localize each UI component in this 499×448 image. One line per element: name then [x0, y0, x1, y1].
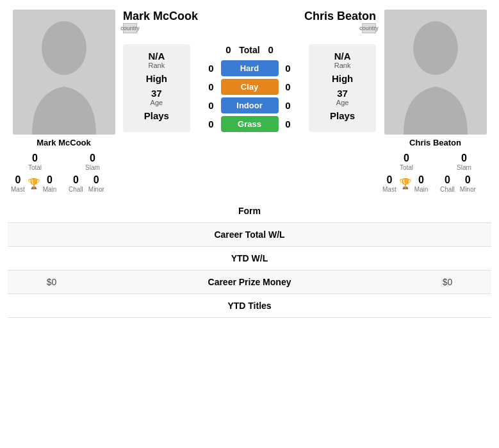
info-center-0: Form — [95, 199, 404, 223]
p2-age-val: 37 — [337, 88, 348, 99]
info-row-1: Career Total W/L — [8, 223, 491, 247]
p2-high-val: High — [332, 73, 353, 84]
p1-high-stat: High — [146, 73, 167, 84]
indoor-right-score: 0 — [282, 100, 294, 111]
p1-rank-lbl: Rank — [149, 62, 165, 69]
p1-mast-val: 0 — [15, 174, 20, 186]
p2-rank-val: N/A — [334, 51, 351, 62]
player2-country-row: country — [250, 23, 377, 33]
info-row-3: $0Career Prize Money$0 — [8, 270, 491, 294]
total-right-score: 0 — [265, 44, 277, 55]
bottom-section: FormCareer Total W/LYTD W/L$0Career Priz… — [0, 196, 499, 321]
center-col: Mark McCook country Chris Beaton country — [123, 10, 376, 193]
p2-slam-item: 0 Slam — [440, 153, 488, 171]
p1-total-lbl: Total — [28, 164, 42, 171]
svg-point-1 — [413, 21, 458, 75]
hard-left-score: 0 — [206, 63, 217, 74]
info-right-1 — [404, 223, 491, 247]
p2-high-stat: High — [332, 73, 353, 84]
p2-rank-stat: N/A Rank — [334, 51, 351, 69]
info-row-2: YTD W/L — [8, 247, 491, 270]
player2-stats-grid: 0 Total 0 Slam 0 Mast 🏆 0 Main — [379, 153, 491, 193]
hard-button[interactable]: Hard — [221, 60, 279, 76]
player1-name-title: Mark McCook — [123, 10, 198, 22]
info-row-0: Form — [8, 199, 491, 223]
player2-name-title: Chris Beaton — [304, 10, 376, 22]
hard-right-score: 0 — [282, 63, 294, 74]
indoor-button[interactable]: Indoor — [221, 97, 279, 113]
p1-chall-item: 0 Chall 0 Minor — [69, 174, 117, 193]
surf-buttons-col: 0 Total 0 0 Hard 0 0 Clay 0 — [193, 44, 307, 132]
player1-country-icon: country — [123, 23, 137, 33]
info-left-1 — [8, 223, 95, 247]
p1-plays-stat: Plays — [144, 110, 169, 121]
p1-main-val: 0 — [47, 174, 53, 186]
p2-plays-val: Plays — [330, 110, 355, 121]
left-player-col: Mark McCook 0 Total 0 Slam 0 Mast 🏆 — [8, 10, 120, 193]
p1-total-val: 0 — [32, 153, 38, 164]
p2-trophy-icon: 🏆 — [399, 178, 412, 190]
right-player-col: Chris Beaton 0 Total 0 Slam 0 Mast 🏆 — [379, 10, 491, 193]
total-label: Total — [239, 45, 259, 55]
p2-main-lbl: Main — [414, 186, 429, 193]
clay-right-score: 0 — [282, 81, 294, 92]
grass-row: 0 Grass 0 — [193, 116, 307, 132]
p1-rank-stat: N/A Rank — [148, 51, 165, 69]
p1-slam-item: 0 Slam — [69, 153, 117, 171]
p2-slam-lbl: Slam — [457, 164, 471, 171]
p1-slam-val: 0 — [90, 153, 95, 164]
info-right-4 — [404, 294, 491, 318]
p2-chall-val: 0 — [445, 174, 450, 186]
p2-mast-lbl: Mast — [382, 186, 397, 193]
player2-photo — [384, 10, 487, 135]
info-left-2 — [8, 247, 95, 270]
surf-compare: N/A Rank High 37 Age Plays — [123, 44, 376, 132]
player1-stats-grid: 0 Total 0 Slam 0 Mast 🏆 0 Main — [8, 153, 120, 193]
p2-main-val: 0 — [418, 174, 424, 186]
p2-slam-val: 0 — [461, 153, 467, 164]
info-center-3: Career Prize Money — [95, 270, 404, 294]
player2-country-label: country — [359, 25, 379, 31]
info-center-2: YTD W/L — [95, 247, 404, 270]
left-surf-card: N/A Rank High 37 Age Plays — [123, 44, 190, 132]
grass-button[interactable]: Grass — [221, 116, 279, 132]
clay-row: 0 Clay 0 — [193, 79, 307, 95]
player2-country-icon: country — [362, 23, 376, 33]
svg-point-0 — [42, 21, 86, 75]
p2-minor-lbl: Minor — [460, 186, 476, 193]
info-right-3: $0 — [404, 270, 491, 294]
p1-mast-item: 0 Mast 🏆 0 Main — [11, 174, 59, 193]
p1-total-item: 0 Total — [11, 153, 59, 171]
p1-main-lbl: Main — [43, 186, 57, 193]
grass-right-score: 0 — [282, 119, 294, 129]
p2-mast-item: 0 Mast 🏆 0 Main — [382, 174, 430, 193]
right-surf-card: N/A Rank High 37 Age Plays — [309, 44, 376, 132]
indoor-row: 0 Indoor 0 — [193, 97, 307, 113]
hard-row: 0 Hard 0 — [193, 60, 307, 76]
p2-total-lbl: Total — [400, 164, 413, 171]
p1-chall-val: 0 — [73, 174, 79, 186]
info-left-0 — [8, 199, 95, 223]
player1-photo — [13, 10, 115, 135]
info-table: FormCareer Total W/LYTD W/L$0Career Priz… — [8, 199, 491, 318]
indoor-left-score: 0 — [206, 100, 217, 111]
info-right-0 — [404, 199, 491, 223]
p2-chall-lbl: Chall — [440, 186, 455, 193]
p2-chall-item: 0 Chall 0 Minor — [440, 174, 488, 193]
info-center-4: YTD Titles — [95, 294, 404, 318]
p1-age-val: 37 — [151, 88, 162, 99]
clay-left-score: 0 — [206, 81, 217, 92]
main-container: Mark McCook 0 Total 0 Slam 0 Mast 🏆 — [0, 0, 499, 321]
p2-minor-val: 0 — [465, 174, 471, 186]
player1-country-row: country — [123, 23, 250, 33]
player2-name-below: Chris Beaton — [409, 138, 461, 147]
p2-total-item: 0 Total — [382, 153, 430, 171]
p2-total-val: 0 — [404, 153, 409, 164]
info-row-4: YTD Titles — [8, 294, 491, 318]
p1-age-lbl: Age — [151, 99, 163, 106]
player1-country-label: country — [120, 25, 140, 31]
clay-button[interactable]: Clay — [221, 79, 279, 95]
p1-slam-lbl: Slam — [85, 164, 100, 171]
player1-name-below: Mark McCook — [37, 138, 91, 147]
p1-trophy-icon: 🏆 — [28, 178, 40, 190]
